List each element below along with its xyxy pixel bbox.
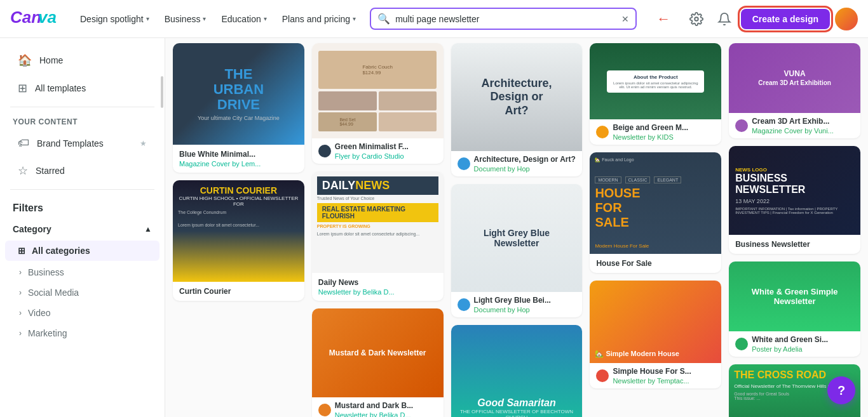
home-icon: 🏠 xyxy=(18,53,32,67)
chevron-down-icon: ▾ xyxy=(203,15,206,22)
nav-business-label: Business xyxy=(165,14,201,24)
grid-small-icon: ⊞ xyxy=(18,246,25,256)
brand-templates-badge: ★ xyxy=(140,139,147,148)
nav-design-spotlight[interactable]: Design spotlight ▾ xyxy=(74,10,156,28)
chevron-up-icon: ▲ xyxy=(144,225,152,234)
nav-plans-pricing-label: Plans and pricing xyxy=(282,14,350,24)
list-item[interactable]: About the Product Lorem ipsum dolor sit … xyxy=(590,43,721,145)
category-social-media[interactable]: › Social Media xyxy=(0,282,165,303)
settings-icon[interactable] xyxy=(685,8,708,30)
list-item[interactable]: CURTIN COURIER CURTIN HIGH SCHOOL • OFFI… xyxy=(173,180,304,301)
sidebar: 🏠 Home ⊞ All templates Your Content 🏷 Br… xyxy=(0,38,165,417)
category-social-media-label: Social Media xyxy=(28,288,79,298)
category-video-label: Video xyxy=(28,308,51,318)
card-subtitle: Newsletter by Belika D... xyxy=(318,288,437,296)
svg-text:va: va xyxy=(38,8,57,27)
category-video[interactable]: › Video xyxy=(0,303,165,323)
card-title: Blue White Minimal... xyxy=(179,150,298,159)
canva-logo[interactable]: Can va xyxy=(10,6,61,31)
card-title: Simple House For S... xyxy=(613,367,691,376)
nav-design-spotlight-label: Design spotlight xyxy=(80,14,144,24)
card-title: Architecture, Design or Art? xyxy=(474,155,576,164)
chevron-down-icon: ▾ xyxy=(146,15,149,22)
card-subtitle: Poster by Adelia xyxy=(752,345,828,353)
your-content-label: Your Content xyxy=(0,112,165,129)
main-layout: 🏠 Home ⊞ All templates Your Content 🏷 Br… xyxy=(0,38,868,417)
clear-search-icon[interactable]: ✕ xyxy=(621,14,629,24)
card-subtitle: Document by Hop xyxy=(474,306,551,314)
nav-business[interactable]: Business ▾ xyxy=(158,10,213,28)
brand-icon: 🏷 xyxy=(18,136,29,150)
creator-avatar xyxy=(735,338,748,350)
card-title: Business Newsletter xyxy=(735,240,854,249)
help-icon: ? xyxy=(837,383,845,398)
category-marketing-label: Marketing xyxy=(28,328,67,338)
creator-avatar xyxy=(318,145,331,157)
card-subtitle: Document by Hop xyxy=(474,165,576,173)
chevron-down-icon: ▾ xyxy=(353,15,356,22)
card-subtitle: Magazine Cover by Vuni... xyxy=(752,127,834,135)
card-subtitle: Newsletter by Belika D... xyxy=(335,411,413,417)
category-label: Category xyxy=(13,224,51,234)
list-item[interactable]: Light Grey BlueNewsletter Light Grey Blu… xyxy=(451,184,583,317)
search-input[interactable] xyxy=(395,14,616,24)
creator-avatar xyxy=(596,369,609,382)
list-item[interactable]: VUNACream 3D Art Exhibition Cream 3D Art… xyxy=(729,43,860,138)
category-all[interactable]: ⊞ All categories xyxy=(5,241,159,261)
category-business-label: Business xyxy=(28,267,64,277)
card-title: House For Sale xyxy=(596,259,715,268)
sidebar-divider-1 xyxy=(10,107,154,107)
card-subtitle: Flyer by Cardio Studio xyxy=(335,152,409,160)
sidebar-home-label: Home xyxy=(39,55,63,65)
chevron-down-icon: ▾ xyxy=(264,15,267,22)
star-icon: ☆ xyxy=(18,164,28,178)
list-item[interactable]: DAILYNEWS Trusted News of Your Choice RE… xyxy=(312,171,444,301)
category-header[interactable]: Category ▲ xyxy=(0,219,165,239)
scrollbar-thumb xyxy=(161,76,163,108)
sidebar-starred-label: Starred xyxy=(36,166,65,176)
create-design-button[interactable]: Create a design xyxy=(741,9,830,29)
card-title: Beige and Green M... xyxy=(613,123,688,132)
nav-links: Design spotlight ▾ Business ▾ Education … xyxy=(74,10,362,28)
list-item[interactable]: Fabric Couch$124.99 Bed Set$44.99 xyxy=(312,43,444,164)
chevron-right-icon: › xyxy=(19,329,22,338)
category-marketing[interactable]: › Marketing xyxy=(0,323,165,343)
card-title: Cream 3D Art Exhib... xyxy=(752,117,834,126)
list-item[interactable]: NEWS LOGO BUSINESSNEWSLETTER 13 MAY 2022… xyxy=(729,146,860,254)
header: Can va Design spotlight ▾ Business ▾ Edu… xyxy=(0,0,868,38)
list-item[interactable]: Mustard & Dark Newsletter Mustard and Da… xyxy=(312,308,444,417)
card-title: Light Grey Blue Bei... xyxy=(474,296,551,305)
card-title: Mustard and Dark B... xyxy=(335,401,413,410)
list-item[interactable]: Architecture,Design orArt? Architecture,… xyxy=(451,43,583,176)
sidebar-all-templates-label: All templates xyxy=(35,83,86,93)
sidebar-divider-2 xyxy=(10,189,154,190)
nav-plans-pricing[interactable]: Plans and pricing ▾ xyxy=(276,10,362,28)
list-item[interactable]: White & Green Simple Newsletter White an… xyxy=(729,261,860,357)
sidebar-brand-templates-label: Brand Templates xyxy=(37,138,104,149)
list-item[interactable]: THEURBANDRIVE Your ultimate City Car Mag… xyxy=(173,43,304,173)
nav-education[interactable]: Education ▾ xyxy=(215,10,273,28)
main-content: THEURBANDRIVE Your ultimate City Car Mag… xyxy=(165,38,868,417)
sidebar-item-brand-templates[interactable]: 🏷 Brand Templates ★ xyxy=(5,130,159,156)
creator-avatar xyxy=(458,157,470,170)
sidebar-item-home[interactable]: 🏠 Home xyxy=(5,47,159,74)
chevron-right-icon: › xyxy=(19,268,22,277)
chevron-right-icon: › xyxy=(19,308,22,317)
sidebar-item-starred[interactable]: ☆ Starred xyxy=(5,157,159,184)
help-button[interactable]: ? xyxy=(827,376,855,404)
creator-avatar xyxy=(596,126,609,138)
nav-education-label: Education xyxy=(221,14,261,24)
list-item[interactable]: 🏡 Fauck and Logo MODERN CLASSIC ELEGANT … xyxy=(590,152,721,273)
grid-icon: ⊞ xyxy=(18,81,27,95)
avatar[interactable] xyxy=(835,8,858,30)
list-item[interactable]: 🏡 Simple Modern House Simple House For S… xyxy=(590,281,721,388)
search-arrow-icon: ← xyxy=(656,11,670,27)
sidebar-item-all-templates[interactable]: ⊞ All templates xyxy=(5,75,159,102)
notifications-icon[interactable] xyxy=(713,8,736,30)
card-title: Green Minimalist F... xyxy=(335,142,409,151)
search-icon: 🔍 xyxy=(377,13,390,25)
card-title: White and Green Si... xyxy=(752,335,828,344)
svg-text:Can: Can xyxy=(10,8,41,27)
list-item[interactable]: Good Samaritan THE OFFICIAL NEWSLETTER O… xyxy=(451,325,583,417)
category-business[interactable]: › Business xyxy=(0,262,165,282)
